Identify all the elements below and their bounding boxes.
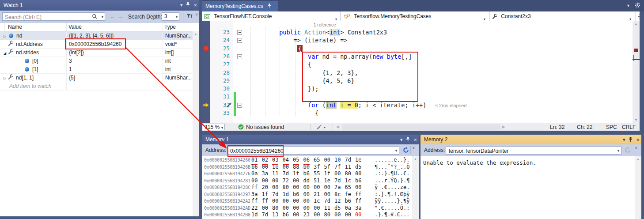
scroll-arrow-icon[interactable]: ▲ xyxy=(633,22,640,26)
watch-row[interactable]: nd.Address0x000002556b194260void* xyxy=(0,40,193,49)
member-dropdown[interactable]: Constant2x3 ▾ xyxy=(489,11,636,21)
watch-row[interactable]: ▷nd{[[1, 2, 3], [4, 5, 6]]}NumShar... xyxy=(0,32,193,40)
watch-value-cell[interactable] xyxy=(66,82,163,90)
gear-icon[interactable] xyxy=(635,2,640,9)
window-menu-icon[interactable]: ▾ xyxy=(180,3,183,8)
tab-memorytestingcases[interactable]: MemoryTestingCases.cs × xyxy=(202,1,278,11)
pin-icon[interactable] xyxy=(268,4,271,9)
project-dropdown[interactable]: C# TensorFlowNET.Console ▾ xyxy=(202,11,341,21)
perf-tip[interactable]: ≤ 2ms elapsed xyxy=(435,103,466,108)
watch-row[interactable]: ▷nd[1, 1]{5}NumShar... xyxy=(0,74,193,82)
code-line[interactable]: public Action<int> Constant2x3 xyxy=(236,28,625,36)
watch-value-cell[interactable]: 3 xyxy=(66,57,163,65)
code-editor[interactable]: 2324252627282930313233 1 reference publi… xyxy=(202,21,633,123)
window-menu-icon[interactable]: ▾ xyxy=(400,137,403,142)
filter-icon[interactable] xyxy=(186,13,193,21)
chevron-down-icon[interactable]: ▾ xyxy=(324,126,326,129)
watch-value-cell[interactable]: 1 xyxy=(66,65,163,73)
forward-arrow-icon[interactable]: → xyxy=(117,13,123,20)
close-icon[interactable]: × xyxy=(413,137,417,143)
memory-hex-view[interactable]: 0x000002556B1942600102030405066500107d1e… xyxy=(202,156,412,219)
code-line[interactable]: => (iterate) => xyxy=(236,36,625,44)
pin-icon[interactable] xyxy=(186,2,190,8)
address-input[interactable] xyxy=(229,147,393,155)
type-dropdown[interactable]: Tensorflow.MemoryTestingCases ▾ xyxy=(341,11,489,21)
code-line[interactable]: { xyxy=(236,45,625,53)
editor-vertical-scrollbar[interactable]: ▲ ▼ xyxy=(633,21,640,123)
memory-row[interactable]: 0x000002556B19428Cff200080000000007a6500… xyxy=(202,184,412,191)
refresh-icon-disabled[interactable] xyxy=(625,147,631,153)
memory-row[interactable]: 0x000002556B1942810000007200dd511e7d1cb6… xyxy=(202,177,412,185)
glyph-column[interactable] xyxy=(202,28,210,123)
address-input-wrap[interactable]: ▾ xyxy=(227,146,399,155)
address-input[interactable] xyxy=(448,147,615,155)
watch-scrollbar[interactable]: ▲ xyxy=(193,31,199,216)
watch-name-cell[interactable]: ▷nd[1, 1] xyxy=(0,74,68,82)
scroll-arrow-icon[interactable]: ▲ xyxy=(194,32,197,36)
column-header-value[interactable]: Value xyxy=(68,24,82,30)
watch-value-cell[interactable]: 0x000002556b194260 xyxy=(66,40,163,48)
pin-icon[interactable] xyxy=(629,137,633,143)
code-line[interactable]: { xyxy=(236,60,625,68)
watch-name-cell[interactable]: Add item to watch xyxy=(0,82,68,90)
watch-name-cell[interactable]: ◢nd.strides xyxy=(0,49,68,57)
code-line[interactable]: {1, 2, 3}, xyxy=(236,69,625,77)
search-input[interactable] xyxy=(4,13,90,21)
hscroll-left-arrow[interactable]: ◀ xyxy=(336,125,339,129)
memory-row[interactable]: 0x000002556B1942AD2200800000000011d50a3a… xyxy=(202,205,412,212)
brush-icon[interactable] xyxy=(316,125,322,131)
memory-row[interactable]: 0x000002556B1942A2ffff000000001c7d12b6ff… xyxy=(202,198,412,205)
code-line[interactable]: var nd = np.array(new byte[,] xyxy=(236,53,625,60)
horizontal-scrollbar[interactable] xyxy=(342,125,500,130)
watch-value-cell[interactable]: {int[2]} xyxy=(66,49,163,57)
memory2-scrollbar[interactable]: ▲ xyxy=(635,156,641,219)
memory1-scrollbar[interactable]: ▲ xyxy=(412,156,419,219)
code-line[interactable]: }); xyxy=(236,85,625,93)
expander-icon[interactable]: ◢ xyxy=(2,49,8,57)
memory2-message-area[interactable]: Unable to evaluate the expression. xyxy=(420,156,635,219)
watch-name-cell[interactable]: nd.Address xyxy=(0,40,68,48)
scroll-arrow-icon[interactable]: ▲ xyxy=(414,157,417,161)
chevron-down-icon[interactable]: ▾ xyxy=(617,149,619,153)
memory2-titlebar[interactable]: Memory 2 ▾ × xyxy=(420,135,641,144)
search-box[interactable]: ▾ xyxy=(2,12,105,21)
window-menu-icon[interactable]: ▾ xyxy=(623,137,625,142)
column-header-name[interactable]: Name xyxy=(8,24,22,30)
issues-status[interactable]: No issues found xyxy=(246,124,284,130)
expander-icon[interactable]: ▷ xyxy=(2,75,8,82)
codelens-references[interactable]: 1 reference xyxy=(314,23,336,27)
chevron-down-icon[interactable]: ▾ xyxy=(395,149,397,153)
memory-row[interactable]: 0x000002556B19426Bb6001e0088b03f5f7f11d5… xyxy=(202,164,412,171)
close-icon[interactable]: × xyxy=(193,2,197,8)
watch-row[interactable]: Add item to watch xyxy=(0,82,193,91)
memory-row[interactable]: 0x000002556B1942B81d7d13b600230080000000… xyxy=(202,211,412,219)
code-line[interactable]: for (int i = 0; i < iterate; i++) xyxy=(236,101,625,109)
zoom-level-select[interactable]: 115 % ▾ xyxy=(203,124,225,130)
code-line[interactable]: {4, 5, 6} xyxy=(236,77,625,85)
memory-row[interactable]: 0x000002556B1942760a3a117d1fb6551f008000… xyxy=(202,170,412,177)
back-arrow-icon[interactable]: ← xyxy=(110,13,115,20)
hscroll-right-arrow[interactable]: ▶ xyxy=(502,125,505,129)
memory-row[interactable]: 0x000002556B1942973a1f7d1db60021008cfeff… xyxy=(202,191,412,198)
memory1-titlebar[interactable]: Memory 1 ▾ × xyxy=(202,135,419,144)
window-menu-icon[interactable]: ▼ xyxy=(626,4,630,8)
watch-value-cell[interactable]: {[[1, 2, 3], [4, 5, 6]]} xyxy=(66,32,163,40)
watch-row[interactable]: [0]3int xyxy=(0,57,193,65)
overflow-chevrons-icon[interactable]: » xyxy=(634,147,639,149)
pin-icon[interactable] xyxy=(406,137,410,143)
address-input-wrap[interactable]: ▾ xyxy=(446,146,621,155)
code-lines[interactable]: public Action<int> Constant2x3=> (iterat… xyxy=(236,28,625,123)
code-line[interactable] xyxy=(236,93,625,101)
watch-row[interactable]: [1]1int xyxy=(0,65,193,74)
expander-icon[interactable]: ▷ xyxy=(2,33,8,40)
code-line[interactable]: { xyxy=(236,109,625,117)
column-header-type[interactable]: Type xyxy=(164,24,176,30)
watch-name-cell[interactable]: ▷nd xyxy=(0,32,68,40)
search-icon[interactable] xyxy=(92,14,98,21)
overflow-chevrons-icon[interactable]: » xyxy=(195,13,200,16)
watch-titlebar[interactable]: Watch 1 ▾ × xyxy=(0,0,199,11)
search-depth-select[interactable]: 3 ▾ xyxy=(162,12,179,21)
scroll-arrow-icon[interactable]: ▲ xyxy=(636,157,640,161)
close-icon[interactable]: × xyxy=(636,137,640,143)
watch-value-cell[interactable]: {5} xyxy=(66,74,163,82)
